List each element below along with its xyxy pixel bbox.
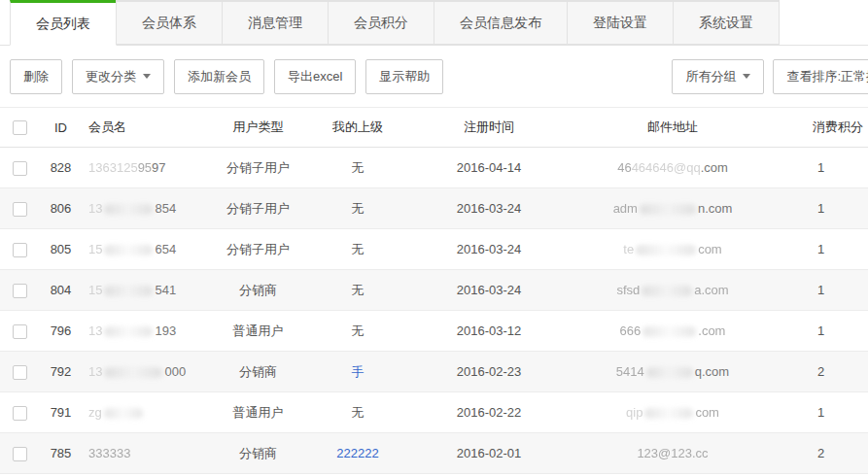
tab-member-points[interactable]: 会员积分 — [328, 0, 434, 45]
chevron-down-icon — [143, 74, 151, 79]
col-header-points: 消费积分 — [774, 108, 868, 148]
tab-message-management[interactable]: 消息管理 — [222, 0, 329, 45]
upline-link[interactable]: 手 — [352, 364, 365, 379]
col-header-username: 会员名 — [83, 108, 207, 148]
register-date: 2016-04-14 — [406, 148, 572, 188]
email-address: admn.com — [572, 188, 774, 229]
user-type: 分销子用户 — [207, 148, 309, 188]
consume-points: 1 — [774, 270, 868, 311]
consume-points: 1 — [774, 229, 868, 270]
export-excel-button[interactable]: 导出excel — [274, 59, 356, 94]
button-label: 显示帮助 — [379, 68, 430, 85]
register-date: 2016-03-24 — [406, 188, 572, 229]
email-address: sfsda.com — [572, 270, 774, 311]
button-label: 所有分组 — [685, 68, 736, 85]
select-all-checkbox[interactable] — [13, 120, 27, 135]
user-type: 普通用户 — [207, 311, 309, 352]
add-member-button[interactable]: 添加新会员 — [174, 59, 264, 94]
member-name: 15541 — [83, 270, 207, 311]
member-id: 785 — [39, 433, 83, 474]
member-id: 804 — [39, 270, 83, 311]
toolbar-left-group: 删除 更改分类 添加新会员 导出excel 显示帮助 — [10, 59, 443, 94]
register-date: 2016-02-22 — [406, 392, 572, 433]
row-checkbox[interactable] — [13, 406, 27, 421]
member-id: 792 — [39, 352, 83, 392]
button-label: 查看排序:正常排序 — [786, 68, 868, 85]
email-address: 46464646@qq.com — [572, 148, 774, 188]
row-checkbox[interactable] — [13, 365, 27, 380]
tab-member-system[interactable]: 会员体系 — [116, 0, 223, 45]
change-category-button[interactable]: 更改分类 — [72, 59, 164, 94]
row-checkbox[interactable] — [13, 284, 27, 298]
chevron-down-icon — [743, 74, 750, 79]
tab-system-settings[interactable]: 系统设置 — [673, 0, 780, 45]
upline-link[interactable]: 222222 — [336, 446, 378, 460]
col-header-reg-time: 注册时间 — [406, 108, 572, 148]
member-admin-panel: 会员列表会员体系消息管理会员积分会员信息发布登陆设置系统设置 删除 更改分类 添… — [0, 0, 868, 476]
row-checkbox[interactable] — [13, 202, 27, 217]
redacted-text — [104, 408, 143, 419]
member-name: 13000 — [83, 352, 207, 392]
consume-points: 1 — [774, 188, 868, 229]
table-row: 805 15654 分销子用户 无 2016-03-24 tecom 1 — [0, 229, 868, 270]
register-date: 2016-03-24 — [406, 270, 572, 311]
table-row: 796 13193 普通用户 无 2016-03-12 666.com 1 — [0, 311, 868, 352]
member-name: 13193 — [83, 311, 207, 352]
tab-label: 会员体系 — [142, 15, 196, 32]
redacted-text — [640, 204, 696, 215]
consume-points: 2 — [774, 352, 868, 392]
user-type: 分销商 — [207, 433, 309, 474]
row-checkbox[interactable] — [13, 324, 27, 339]
email-address: 666.com — [572, 311, 774, 352]
redacted-text — [104, 204, 153, 215]
upline-cell: 手 — [309, 352, 406, 392]
toolbar-right-group: 所有分组 查看排序:正常排序 — [672, 59, 868, 94]
row-checkbox[interactable] — [13, 447, 27, 461]
upline-cell: 无 — [309, 188, 406, 229]
tab-label: 会员积分 — [354, 15, 408, 32]
tab-member-info-publish[interactable]: 会员信息发布 — [434, 0, 568, 45]
redacted-text — [104, 367, 162, 378]
view-sort-button[interactable]: 查看排序:正常排序 — [773, 59, 868, 94]
member-table: ID 会员名 用户类型 我的上级 注册时间 邮件地址 消费积分 828 1363… — [0, 107, 868, 474]
user-type: 分销子用户 — [207, 188, 309, 229]
delete-button[interactable]: 删除 — [10, 59, 62, 94]
button-label: 添加新会员 — [188, 68, 251, 85]
col-header-id: ID — [39, 108, 83, 148]
email-address: tecom — [572, 229, 774, 270]
upline-cell: 222222 — [309, 433, 406, 474]
member-name: 15654 — [83, 229, 207, 270]
tab-label: 系统设置 — [699, 15, 753, 32]
upline-cell: 无 — [309, 148, 406, 188]
redacted-text — [104, 286, 153, 296]
register-date: 2016-03-24 — [406, 229, 572, 270]
button-label: 删除 — [23, 68, 49, 85]
tab-login-settings[interactable]: 登陆设置 — [567, 0, 674, 45]
col-header-upline: 我的上级 — [309, 108, 406, 148]
member-id: 805 — [39, 229, 83, 270]
redacted-text — [642, 286, 692, 296]
table-row: 791 zg 普通用户 无 2016-02-22 qipcom 1 — [0, 392, 868, 433]
member-id: 796 — [39, 311, 83, 352]
table-row: 806 13854 分销子用户 无 2016-03-24 admn.com 1 — [0, 188, 868, 229]
email-address: 123@123.cc — [572, 433, 774, 474]
tab-member-list[interactable]: 会员列表 — [10, 0, 117, 46]
register-date: 2016-02-23 — [406, 352, 572, 392]
row-checkbox[interactable] — [13, 161, 27, 176]
member-name: zg — [83, 392, 207, 433]
user-type: 分销商 — [207, 270, 309, 311]
row-checkbox[interactable] — [13, 243, 27, 257]
consume-points: 2 — [774, 433, 868, 474]
consume-points: 1 — [774, 311, 868, 352]
toolbar: 删除 更改分类 添加新会员 导出excel 显示帮助 所有分组 查看排序:正常排… — [0, 46, 868, 107]
redacted-text — [644, 408, 693, 419]
table-row: 804 15541 分销商 无 2016-03-24 sfsda.com 1 — [0, 270, 868, 311]
tab-label: 会员列表 — [36, 16, 90, 33]
redacted-text — [646, 367, 693, 378]
all-groups-dropdown[interactable]: 所有分组 — [672, 59, 764, 94]
redacted-text — [104, 326, 153, 337]
user-type: 分销商 — [207, 352, 309, 392]
email-address: 5414q.com — [572, 352, 774, 392]
tab-bar: 会员列表会员体系消息管理会员积分会员信息发布登陆设置系统设置 — [0, 0, 868, 46]
show-help-button[interactable]: 显示帮助 — [365, 59, 443, 94]
